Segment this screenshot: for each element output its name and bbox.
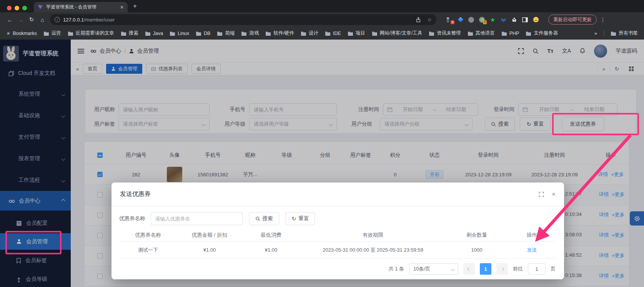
bookmark-folder[interactable]: DB <box>196 30 210 36</box>
bookmark-folder[interactable]: 游戏 <box>241 30 259 36</box>
bookmark-folder[interactable]: 近期需要读的文章 <box>68 30 114 36</box>
page-size-select[interactable]: 10条/页 <box>409 263 458 275</box>
folder-icon <box>43 31 49 36</box>
column-header: 优惠券名称 <box>119 232 177 239</box>
cell-coupon-name: 测试一下 <box>119 247 177 254</box>
folder-icon <box>170 31 175 36</box>
coupon-name-input[interactable] <box>151 212 243 225</box>
all-bookmarks[interactable]: 所有书签 <box>611 30 638 36</box>
bookmark-folder[interactable]: 搜索 <box>121 30 138 36</box>
cell-amount: ¥1.00 <box>177 247 242 253</box>
bookmarks-overflow-icon[interactable]: » <box>594 31 597 36</box>
favicon-vue-icon <box>38 5 43 10</box>
bookmark-folder[interactable]: 文件服务器 <box>526 30 558 36</box>
button-label: 搜索 <box>263 215 273 222</box>
tab-close-icon[interactable]: ✕ <box>120 5 124 10</box>
extension-star-icon[interactable]: ★ <box>489 17 496 23</box>
browser-menu-icon[interactable]: ⋮ <box>600 17 606 23</box>
browser-tab-title: 芋道管理系统 - 会员管理 <box>46 4 97 10</box>
column-header: 优惠金额 / 折扣 <box>177 232 242 239</box>
page-size-value: 10条/页 <box>413 265 430 272</box>
url-path: /member/user <box>84 17 115 23</box>
bookmark-label: 文件服务器 <box>534 30 558 36</box>
chevron-down-icon <box>451 267 455 271</box>
browser-tab[interactable]: 芋道管理系统 - 会员管理 ✕ <box>34 2 128 12</box>
folder-icon <box>121 31 126 36</box>
folder-icon <box>501 31 507 36</box>
dialog-table-header: 优惠券名称 优惠金额 / 折扣 最低消费 有效期限 剩余数量 操作 <box>119 229 556 241</box>
extension-layers-icon[interactable] <box>500 17 507 23</box>
bookmarks-root[interactable]: ★ Bookmarks <box>6 30 37 36</box>
url-host: 127.0.0.1 <box>63 17 84 23</box>
bookmark-folder[interactable]: 软件/硬件 <box>265 30 294 36</box>
bookmark-folder[interactable]: 设计 <box>301 30 318 36</box>
dialog-pagination: 共 1 条 10条/页 1 前往 页 <box>389 263 556 275</box>
bookmark-folder[interactable]: 网站/博客/文章/工具 <box>372 30 422 36</box>
extension-globe-icon[interactable] <box>468 17 474 23</box>
window-minimize-button[interactable] <box>15 6 19 10</box>
bookmark-star-icon[interactable]: ☆ <box>427 17 432 23</box>
coupon-row[interactable]: 测试一下 ¥1.00 ¥1.00 2023-05-31 00:00:00 至 2… <box>119 241 556 259</box>
folder-icon <box>196 31 201 36</box>
bookmark-label: IDE <box>333 31 341 36</box>
home-icon[interactable]: ⌂ <box>37 17 48 23</box>
folder-icon <box>372 31 378 36</box>
dialog-filter-row: 优惠券名称 搜索 ↻ 重置 <box>119 212 556 225</box>
dialog-header: 发送优惠券 × <box>111 182 564 206</box>
back-icon[interactable]: ← <box>5 17 15 23</box>
bookmark-label: 软件/硬件 <box>273 30 294 36</box>
share-icon[interactable] <box>416 17 421 23</box>
send-link[interactable]: 发送 <box>527 247 537 253</box>
refresh-icon: ↻ <box>292 216 296 222</box>
reload-icon[interactable]: ↻ <box>26 16 37 23</box>
column-header: 剩余数量 <box>446 232 508 239</box>
bookmark-folder[interactable]: 项目 <box>348 30 365 36</box>
screenshot-root: 芋道管理系统 - 会员管理 ✕ + ← → ↻ ⌂ i 127.0.0.1/me… <box>0 0 644 287</box>
dialog-fullscreen-icon[interactable] <box>539 192 544 197</box>
folder-icon <box>611 31 616 36</box>
cell-validity: 2023-05-31 00:00:00 至 2025-05-31 23:59:5… <box>300 247 446 254</box>
folder-icon <box>468 31 473 36</box>
forward-icon[interactable]: → <box>15 17 26 23</box>
extensions-cluster: 6 5 ★ <box>446 17 539 23</box>
bookmark-folder[interactable]: 前端 <box>217 30 235 36</box>
window-close-button[interactable] <box>7 6 12 10</box>
bookmark-folder[interactable]: 其他语言 <box>468 30 495 36</box>
chrome-update-button[interactable]: 重新启动即可更新 <box>548 15 597 25</box>
next-page-button[interactable] <box>496 263 508 275</box>
bookmark-label: 前端 <box>225 30 235 36</box>
bookmark-label: 网站/博客/文章/工具 <box>380 30 422 36</box>
bookmark-folder[interactable]: IDE <box>325 30 341 36</box>
bookmark-folder[interactable]: Linux <box>170 30 189 36</box>
star-icon: ★ <box>6 30 10 36</box>
cell-remaining: 1000 <box>446 247 508 253</box>
dialog-search-button[interactable]: 搜索 <box>249 212 279 225</box>
extension-circle-icon[interactable]: 5 <box>479 17 485 23</box>
extension-blocks-icon[interactable]: 6 <box>446 17 453 23</box>
dialog-reset-button[interactable]: ↻ 重置 <box>286 212 315 225</box>
prev-page-button[interactable] <box>463 263 475 275</box>
window-zoom-button[interactable] <box>22 6 27 10</box>
bookmark-label: 设计 <box>309 30 318 36</box>
site-info-icon[interactable]: i <box>55 17 60 22</box>
sidebar-panel-icon[interactable] <box>522 17 528 23</box>
bookmark-folder[interactable]: 运营 <box>43 30 61 36</box>
search-icon <box>255 216 260 221</box>
folder-icon <box>348 31 353 36</box>
bookmark-folder[interactable]: Java <box>145 30 163 36</box>
folder-icon <box>526 31 531 36</box>
bookmarks-bar: ★ Bookmarks 运营近期需要读的文章搜索JavaLinuxDB前端游戏软… <box>0 27 644 40</box>
dialog-close-icon[interactable]: × <box>552 191 556 198</box>
address-bar[interactable]: i 127.0.0.1/member/user ☆ <box>50 14 436 25</box>
browser-titlebar: 芋道管理系统 - 会员管理 ✕ + <box>0 0 644 12</box>
extension-emoji-icon[interactable] <box>533 17 539 23</box>
chevron-right-icon <box>500 267 504 271</box>
new-tab-button[interactable]: + <box>133 2 137 10</box>
page-number-button[interactable]: 1 <box>480 263 491 275</box>
extension-diamond-icon[interactable] <box>457 17 464 23</box>
divider <box>604 30 604 36</box>
extension-puzzle-icon[interactable] <box>511 17 518 23</box>
bookmark-folder[interactable]: 资讯未整理 <box>429 30 461 36</box>
goto-page-input[interactable] <box>528 263 546 275</box>
bookmark-folder[interactable]: PHP <box>501 30 519 36</box>
